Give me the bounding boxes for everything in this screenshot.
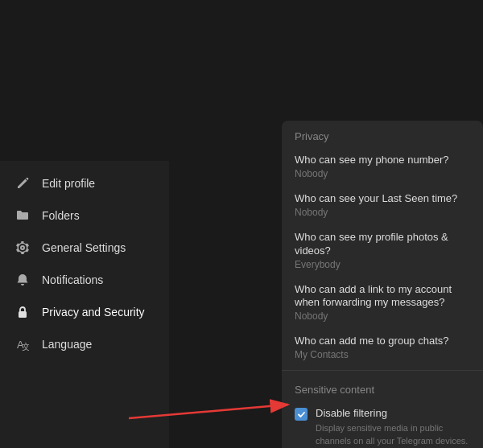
privacy-item-last-seen-title: Who can see your Last Seen time? [295, 192, 470, 206]
privacy-panel: Privacy Who can see my phone number? Nob… [282, 121, 483, 448]
sidebar-label-edit-profile: Edit profile [42, 177, 95, 190]
pencil-icon [14, 175, 31, 191]
checkbox-title: Disable filtering [316, 407, 470, 421]
checkbox-subtitle: Display sensitive media in public channe… [316, 422, 470, 447]
sidebar-menu: Edit profile Folders General Settings [0, 161, 169, 367]
sidebar-item-edit-profile[interactable]: Edit profile [0, 167, 169, 199]
privacy-item-phone[interactable]: Who can see my phone number? Nobody [282, 147, 483, 186]
sidebar-item-language[interactable]: A 文 Language [0, 328, 169, 360]
avatar-area [0, 0, 169, 161]
privacy-item-forwarding-value: Nobody [295, 310, 470, 322]
sidebar-label-language: Language [42, 338, 92, 351]
privacy-item-phone-value: Nobody [295, 168, 470, 179]
gear-icon [14, 240, 31, 256]
privacy-item-photos[interactable]: Who can see my profile photos & videos? … [282, 224, 483, 277]
sidebar-item-general-settings[interactable]: General Settings [0, 232, 169, 264]
section-divider [282, 370, 483, 371]
privacy-item-photos-value: Everybody [295, 259, 470, 270]
sidebar-label-notifications: Notifications [42, 273, 103, 286]
sidebar: Edit profile Folders General Settings [0, 0, 169, 448]
sidebar-label-general-settings: General Settings [42, 241, 126, 254]
folder-icon [14, 208, 31, 224]
privacy-item-group-chats-value: My Contacts [295, 349, 470, 360]
checkbox-disable-filtering[interactable] [295, 408, 308, 421]
privacy-item-group-chats-title: Who can add me to group chats? [295, 335, 470, 348]
sidebar-item-privacy-security[interactable]: Privacy and Security [0, 296, 169, 328]
sensitive-section-header: Sensitive content [282, 374, 483, 401]
privacy-item-forwarding[interactable]: Who can add a link to my account when fo… [282, 277, 483, 329]
sidebar-item-folders[interactable]: Folders [0, 199, 169, 232]
sidebar-label-folders: Folders [42, 209, 80, 222]
privacy-item-group-chats[interactable]: Who can add me to group chats? My Contac… [282, 328, 483, 367]
privacy-item-photos-title: Who can see my profile photos & videos? [295, 231, 470, 258]
svg-rect-0 [19, 311, 27, 318]
privacy-item-phone-title: Who can see my phone number? [295, 154, 470, 167]
bell-icon [14, 272, 31, 288]
privacy-item-last-seen-value: Nobody [295, 207, 470, 218]
privacy-section-header: Privacy [282, 121, 483, 147]
sidebar-label-privacy-security: Privacy and Security [42, 306, 145, 319]
translate-icon: A 文 [14, 336, 31, 352]
privacy-item-last-seen[interactable]: Who can see your Last Seen time? Nobody [282, 186, 483, 224]
privacy-item-forwarding-title: Who can add a link to my account when fo… [295, 283, 470, 310]
lock-icon [14, 304, 31, 320]
sidebar-item-notifications[interactable]: Notifications [0, 264, 169, 296]
checkbox-text-group: Disable filtering Display sensitive medi… [316, 407, 470, 447]
disable-filtering-checkbox-item[interactable]: Disable filtering Display sensitive medi… [282, 401, 483, 448]
svg-text:文: 文 [22, 342, 29, 351]
